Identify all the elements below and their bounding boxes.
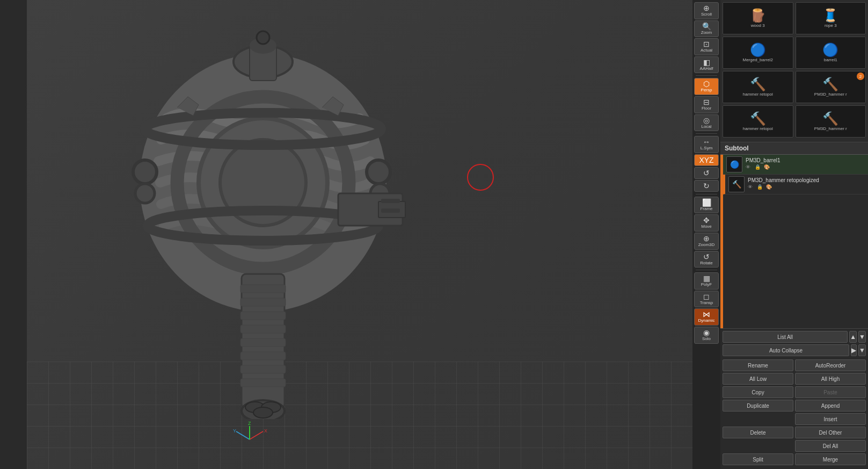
merge-btn[interactable]: Merge: [795, 453, 866, 465]
up-arrow-btn[interactable]: ▲: [849, 331, 857, 343]
duplicate-btn[interactable]: Duplicate: [723, 400, 793, 412]
svg-rect-16: [240, 312, 286, 320]
svg-rect-14: [240, 285, 286, 293]
thumb-pm3d-hammer-r2[interactable]: 🔨 PM3D_hammer r: [796, 105, 866, 138]
svg-point-11: [135, 184, 155, 203]
thumb-merged-barrel2[interactable]: 🔵 Merged_barrel2: [723, 37, 793, 69]
thumb-rope3[interactable]: 🧵 rope 3: [796, 2, 866, 34]
list-all-btn[interactable]: List All: [723, 331, 848, 343]
subtool-item-hammer[interactable]: 🔨 PM3D_hammer retopologized 👁 🔒 🎨: [723, 175, 868, 194]
svg-point-30: [257, 31, 269, 44]
move-btn[interactable]: ✥ Move: [694, 214, 719, 232]
subtool-info-barrel1: PM3D_barrel1 👁 🔒 🎨: [746, 157, 865, 172]
svg-rect-20: [240, 365, 286, 373]
floor-btn[interactable]: ⊟ Floor: [694, 96, 719, 113]
svg-text:X: X: [264, 428, 267, 434]
delete-btn[interactable]: Delete: [723, 427, 793, 438]
collapse-arrow-btn[interactable]: ▶: [851, 344, 857, 356]
thumb-row-4: 🔨 hammer retopol 🔨 PM3D_hammer r: [723, 105, 866, 138]
subtool-container: 🔵 PM3D_barrel1 👁 🔒 🎨 🔨 PM3D_hammer retop…: [720, 155, 868, 328]
subtool-icons-hammer: 👁 🔒 🎨: [748, 184, 865, 192]
scroll-btn[interactable]: ⊕ Scroll: [694, 2, 719, 19]
svg-rect-19: [240, 352, 286, 360]
subtool-info-hammer: PM3D_hammer retopologized 👁 🔒 🎨: [748, 177, 865, 192]
thumb-pm3d-hammer-r[interactable]: 🔨 PM3D_hammer r 2: [796, 71, 866, 103]
local-btn[interactable]: ◎ Local: [694, 114, 719, 132]
thumb-hammer-retopol1[interactable]: 🔨 hammer retopol: [723, 71, 793, 103]
zoom3d-btn[interactable]: ⊕ Zoom3D: [694, 233, 719, 250]
split-btn[interactable]: Split: [723, 453, 793, 465]
svg-point-9: [133, 160, 157, 184]
thumb-row-3: 🔨 hammer retopol 🔨 PM3D_hammer r 2: [723, 71, 866, 103]
insert-btn[interactable]: Insert: [795, 413, 866, 425]
3d-model: [81, 11, 456, 419]
rotate1-btn[interactable]: ↺: [694, 167, 719, 179]
btn-row-list: List All ▲ ▼: [723, 331, 866, 343]
svg-point-25: [253, 407, 273, 418]
left-toolbar: [0, 0, 27, 469]
btn-row-dup: Duplicate Append: [723, 400, 866, 412]
all-high-btn[interactable]: All High: [795, 373, 866, 385]
lsym-btn[interactable]: ↔ L.Sym: [694, 136, 719, 153]
auto-reorder-btn[interactable]: AutoReorder: [795, 359, 866, 371]
svg-rect-29: [381, 208, 400, 213]
paste-btn[interactable]: Paste: [795, 386, 866, 398]
subtool-item-barrel1[interactable]: 🔵 PM3D_barrel1 👁 🔒 🎨: [723, 155, 868, 175]
persp-btn[interactable]: ⬡ Persp: [694, 78, 719, 95]
btn-row-copy: Copy Paste: [723, 386, 866, 398]
subtool-name-barrel1: PM3D_barrel1: [746, 157, 865, 163]
svg-text:Z: Z: [248, 421, 251, 426]
thumb-row-1: 🪵 wood 3 🧵 rope 3: [723, 2, 866, 34]
rotate3d-btn[interactable]: ↺ Rotate: [694, 251, 719, 268]
lock-icon[interactable]: 🔒: [755, 164, 762, 172]
del-other-btn[interactable]: Del Other: [795, 427, 866, 438]
active-indicator-bar: [720, 155, 723, 328]
svg-line-32: [236, 431, 250, 439]
color-icon[interactable]: 🎨: [764, 164, 771, 172]
auto-collapse-btn[interactable]: Auto Collapse: [723, 344, 849, 356]
collapse-down-btn[interactable]: ▼: [858, 344, 866, 356]
subtool-header: Subtool: [720, 142, 868, 155]
subtool-buttons-area: List All ▲ ▼ Auto Collapse ▶ ▼ Renam: [720, 328, 868, 469]
thumb-hammer-retopol2[interactable]: 🔨 hammer retopol: [723, 105, 793, 138]
viewport: X Y Z: [27, 0, 692, 469]
svg-rect-28: [381, 199, 400, 203]
nav-panel: ⊕ Scroll 🔍 Zoom ⊡ Actual ◧ AAHalf ⬡ Pers…: [692, 0, 720, 469]
frame-btn[interactable]: ⬜ Frame: [694, 197, 719, 214]
dynamic-btn[interactable]: ⋈ Dynamic: [694, 308, 719, 326]
solo-btn[interactable]: ◉ Solo: [694, 327, 719, 344]
axis-indicator: X Y Z: [231, 421, 268, 458]
transp-btn[interactable]: ◻ Transp: [694, 291, 719, 308]
btn-row-alllow: All Low All High: [723, 373, 866, 385]
btn-row-insert: Insert: [723, 413, 866, 425]
append-btn[interactable]: Append: [795, 400, 866, 412]
color-icon2[interactable]: 🎨: [766, 184, 774, 192]
rotate2-btn[interactable]: ↻: [694, 180, 719, 192]
rename-btn[interactable]: Rename: [723, 359, 793, 371]
subtool-list: 🔵 PM3D_barrel1 👁 🔒 🎨 🔨 PM3D_hammer retop…: [723, 155, 868, 328]
thumbnails-area: 🪵 wood 3 🧵 rope 3 🔵 Merged_barrel2 🔵 bar…: [720, 0, 868, 142]
lock-icon2[interactable]: 🔒: [757, 184, 764, 192]
eye-icon2[interactable]: 👁: [748, 184, 755, 192]
svg-rect-17: [240, 325, 286, 333]
down-arrow-btn[interactable]: ▼: [858, 331, 866, 343]
btn-row-delete: Delete Del Other: [723, 427, 866, 438]
eye-icon[interactable]: 👁: [746, 164, 753, 172]
svg-rect-18: [240, 338, 286, 347]
xyz-btn[interactable]: XYZ: [694, 154, 719, 166]
spacer2-btn: [723, 440, 793, 452]
all-low-btn[interactable]: All Low: [723, 373, 793, 385]
subtool-icons-barrel1: 👁 🔒 🎨: [746, 164, 865, 172]
polyf-btn[interactable]: ▦ PolyF: [694, 272, 719, 290]
thumb-row-2: 🔵 Merged_barrel2 🔵 barrel1: [723, 37, 866, 69]
thumb-barrel1[interactable]: 🔵 barrel1: [796, 37, 866, 69]
svg-line-31: [250, 431, 263, 439]
del-all-btn[interactable]: Del All: [795, 440, 866, 452]
actual-btn[interactable]: ⊡ Actual: [694, 38, 719, 55]
right-panel: 🪵 wood 3 🧵 rope 3 🔵 Merged_barrel2 🔵 bar…: [720, 0, 868, 469]
aahalf-btn[interactable]: ◧ AAHalf: [694, 56, 719, 74]
copy-btn[interactable]: Copy: [723, 386, 793, 398]
zoom-btn[interactable]: 🔍 Zoom: [694, 20, 719, 38]
thumb-wood3[interactable]: 🪵 wood 3: [723, 2, 793, 34]
btn-row-split: Split Merge: [723, 453, 866, 465]
